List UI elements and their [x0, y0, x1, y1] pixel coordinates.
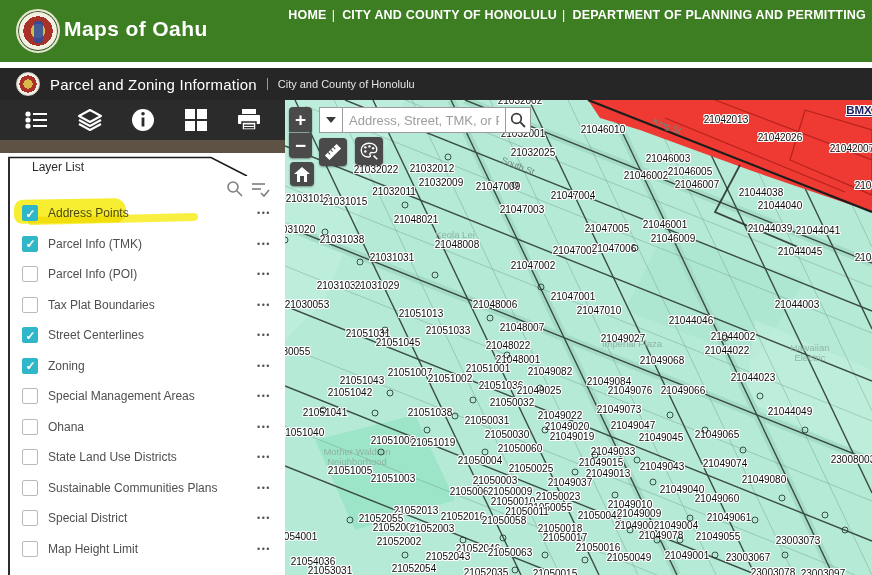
layer-row[interactable]: Zoning ••• [10, 351, 275, 382]
layer-checkbox[interactable] [22, 388, 38, 404]
nav-link[interactable]: DEPARTMENT OF PLANNING AND PERMITTING [572, 8, 866, 22]
parcel-label: 21042005 [855, 180, 872, 191]
parcel-label: 21049080 [742, 474, 787, 485]
address-point-marker [432, 272, 439, 279]
layer-menu-ellipsis[interactable]: ••• [257, 330, 271, 340]
parcel-label: 21049061 [707, 512, 752, 523]
layer-menu-ellipsis[interactable]: ••• [257, 513, 271, 523]
layer-row[interactable]: Ohana ••• [10, 412, 275, 443]
layer-label: Ohana [48, 420, 84, 434]
layer-row[interactable]: Tax Plat Boundaries ••• [10, 290, 275, 321]
layer-checkbox[interactable] [22, 449, 38, 465]
site-header: Maps of Oahu HOME|CITY AND COUNTY OF HON… [0, 0, 872, 62]
parcel-label: 21048008 [435, 239, 480, 250]
panel-top-strip [0, 140, 285, 153]
layer-menu-ellipsis[interactable]: ••• [257, 300, 271, 310]
sidebar: Layer List Address Points ••• Parcel Inf… [0, 100, 285, 575]
parcel-label: 21053031 [308, 565, 353, 575]
address-point-marker [822, 512, 829, 519]
measure-tool-button[interactable] [319, 138, 347, 166]
layer-menu-ellipsis[interactable]: ••• [257, 239, 271, 249]
basemap-grid-icon[interactable] [179, 105, 213, 135]
address-point-marker [779, 495, 786, 502]
parcel-label: 21046009 [651, 233, 696, 244]
address-point-marker [512, 567, 519, 574]
place-label: Keola Lei [420, 230, 490, 240]
search-button[interactable] [506, 107, 531, 133]
search-input[interactable] [343, 107, 506, 133]
home-extent-button[interactable] [290, 162, 314, 186]
address-point-marker [612, 492, 619, 499]
layer-checkbox[interactable] [22, 358, 38, 374]
parcel-label: 21049019 [550, 431, 595, 442]
layer-menu-ellipsis[interactable]: ••• [257, 452, 271, 462]
layer-label: Street Centerlines [48, 328, 144, 342]
parcel-label: 21048021 [394, 214, 439, 225]
zoom-in-button[interactable]: + [289, 107, 312, 132]
parcel-label: 21050015 [533, 568, 578, 575]
layer-checkbox[interactable] [22, 541, 38, 557]
draw-tool-button[interactable] [355, 137, 383, 165]
address-point-marker [752, 517, 759, 524]
map-canvas[interactable]: 2103200221032001210320252103202221032012… [285, 100, 872, 575]
layer-row[interactable]: Special District ••• [10, 503, 275, 534]
layer-row[interactable]: Street Centerlines ••• [10, 320, 275, 351]
parcel-label: 21050063 [488, 547, 533, 558]
parcel-label: 21050030 [485, 429, 530, 440]
parcel-label: 21048022 [486, 340, 531, 351]
layer-checkbox[interactable] [22, 205, 38, 221]
parcel-label: 21044003 [775, 299, 820, 310]
parcel-label: 21048007 [500, 322, 545, 333]
print-icon[interactable] [232, 105, 266, 135]
parcel-label: 21031029 [355, 280, 400, 291]
legend-icon[interactable] [20, 105, 54, 135]
search-source-dropdown[interactable] [319, 107, 343, 133]
parcel-label: 21046003 [646, 153, 691, 164]
layer-menu-ellipsis[interactable]: ••• [257, 361, 271, 371]
search-icon [510, 112, 526, 128]
parcel-label: 21042013 [704, 114, 749, 125]
parcel-label: 21051002 [428, 373, 473, 384]
zoom-out-button[interactable]: − [289, 133, 312, 158]
nav-link[interactable]: CITY AND COUNTY OF HONOLULU [342, 8, 557, 22]
layer-row[interactable]: State Land Use Districts ••• [10, 442, 275, 473]
layer-label: Parcel Info (POI) [48, 267, 137, 281]
layer-checkbox[interactable] [22, 327, 38, 343]
layer-row[interactable]: Parcel Info (TMK) ••• [10, 229, 275, 260]
parcel-label: 21042026 [758, 132, 803, 143]
layers-icon[interactable] [73, 105, 107, 135]
layer-menu-ellipsis[interactable]: ••• [257, 544, 271, 554]
parcel-label: 21049055 [696, 531, 741, 542]
parcel-label: 21050032 [490, 397, 535, 408]
parcel-label: 21050058 [482, 515, 527, 526]
layer-checkbox[interactable] [22, 297, 38, 313]
layer-row[interactable]: Sustainable Communities Plans ••• [10, 473, 275, 504]
search-layers-icon[interactable] [226, 180, 243, 197]
address-point-marker [582, 557, 589, 564]
layer-menu-ellipsis[interactable]: ••• [257, 483, 271, 493]
toggle-layers-icon[interactable] [251, 180, 270, 197]
layer-checkbox[interactable] [22, 236, 38, 252]
zoning-district-label: BMX [846, 104, 872, 116]
app-subtitle: City and County of Honolulu [267, 78, 415, 90]
layer-row[interactable]: Address Points ••• [10, 198, 275, 229]
layer-checkbox[interactable] [22, 510, 38, 526]
place-label: Hawaiian Electric [781, 343, 839, 363]
parcel-label: 21052054 [392, 563, 437, 574]
layer-checkbox[interactable] [22, 266, 38, 282]
layer-checkbox[interactable] [22, 480, 38, 496]
layer-row[interactable]: Parcel Info (POI) ••• [10, 259, 275, 290]
layer-checkbox[interactable] [22, 419, 38, 435]
panel-tools [226, 180, 270, 197]
layer-menu-ellipsis[interactable]: ••• [257, 422, 271, 432]
layer-menu-ellipsis[interactable]: ••• [257, 269, 271, 279]
parcel-label: 21031020 [285, 224, 315, 235]
address-point-marker [627, 527, 634, 534]
layer-row[interactable]: Map Height Limit ••• [10, 534, 275, 565]
info-icon[interactable] [126, 105, 160, 135]
layer-menu-ellipsis[interactable]: ••• [257, 208, 271, 218]
layer-menu-ellipsis[interactable]: ••• [257, 391, 271, 401]
layer-row[interactable]: Special Management Areas ••• [10, 381, 275, 412]
nav-link[interactable]: HOME [288, 8, 326, 22]
parcel-label: 21032025 [511, 147, 556, 158]
